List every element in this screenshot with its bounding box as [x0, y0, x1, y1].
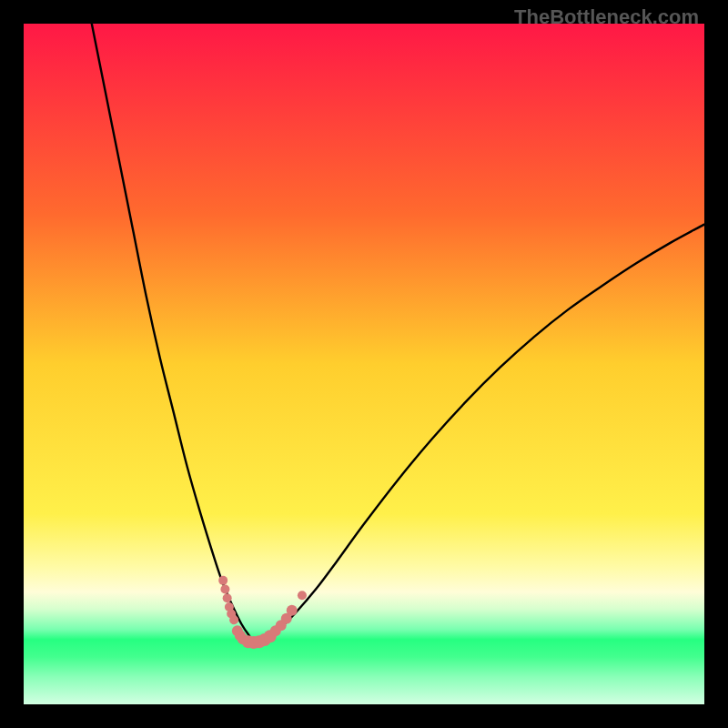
- highlight-marker: [220, 585, 229, 594]
- highlight-marker: [298, 591, 307, 600]
- highlight-marker: [218, 576, 228, 585]
- chart-svg: [24, 24, 704, 704]
- highlight-marker: [229, 615, 238, 624]
- outer-frame: TheBottleneck.com: [0, 0, 728, 728]
- highlight-marker: [223, 593, 232, 602]
- plot-area: [24, 24, 704, 704]
- watermark-text: TheBottleneck.com: [514, 5, 699, 29]
- bottleneck-curve: [92, 24, 704, 642]
- highlight-marker: [287, 605, 298, 616]
